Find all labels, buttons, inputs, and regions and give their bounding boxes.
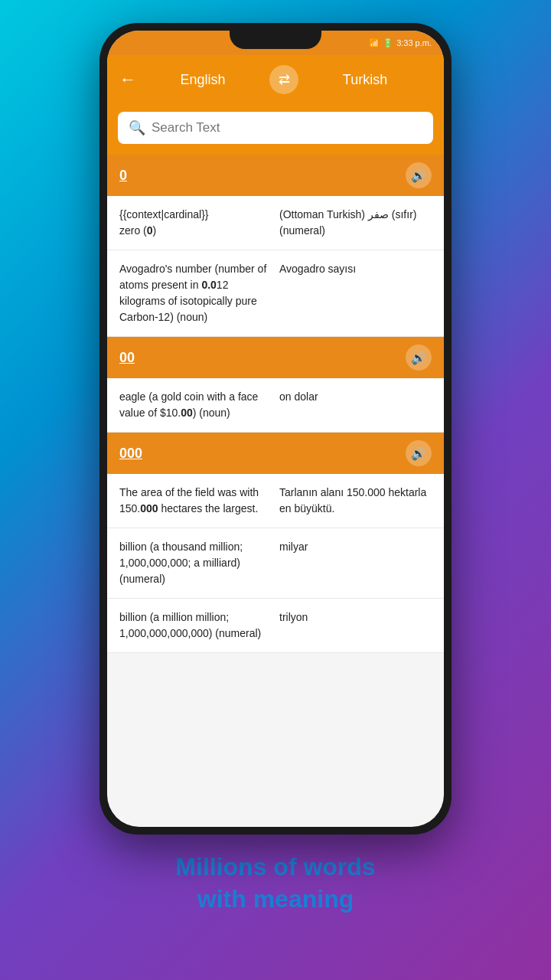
- word-section-000: 000 🔊: [107, 433, 444, 474]
- search-bar-container: 🔍: [107, 104, 444, 155]
- def-tr-1-0: on dolar: [279, 389, 432, 421]
- phone-screen: 📶 🔋 3:33 p.m. ← English ⇄ Turkish 🔍: [107, 31, 444, 827]
- def-row-2-0: The area of the field was with 150.000 h…: [107, 474, 444, 528]
- def-en-2-1: billion (a thousand million; 1,000,000,0…: [119, 539, 279, 587]
- swap-language-button[interactable]: ⇄: [269, 65, 298, 94]
- back-button[interactable]: ←: [119, 70, 136, 90]
- tagline-line1: Millions of words: [175, 851, 375, 884]
- wifi-icon: 📶: [369, 38, 380, 48]
- word-0-label: 0: [119, 168, 127, 184]
- def-row-2-2: billion (a million million; 1,000,000,00…: [107, 599, 444, 653]
- status-bar: 📶 🔋 3:33 p.m.: [107, 31, 444, 55]
- def-row-0-1: Avogadro's number (number of atoms prese…: [107, 250, 444, 337]
- speaker-icon-00: 🔊: [411, 351, 426, 365]
- def-en-2-0: The area of the field was with 150.000 h…: [119, 485, 279, 517]
- def-tr-0-0: (Ottoman Turkish) صفر (sıfır) (numeral): [279, 207, 432, 239]
- def-tr-2-1: milyar: [279, 539, 432, 587]
- phone-frame: 📶 🔋 3:33 p.m. ← English ⇄ Turkish 🔍: [99, 23, 452, 835]
- swap-icon: ⇄: [279, 71, 290, 88]
- word-000-label: 000: [119, 446, 142, 462]
- speaker-icon-000: 🔊: [411, 446, 426, 461]
- search-input[interactable]: [152, 120, 422, 136]
- def-tr-2-2: trilyon: [279, 609, 432, 642]
- dictionary-content: 0 🔊 {{context|cardinal}}zero (0) (Ottoma…: [107, 155, 444, 653]
- def-tr-0-1: Avogadro sayısı: [279, 261, 432, 325]
- audio-0-button[interactable]: 🔊: [406, 162, 432, 188]
- audio-00-button[interactable]: 🔊: [406, 345, 432, 371]
- def-en-0-1: Avogadro's number (number of atoms prese…: [119, 261, 279, 325]
- search-box[interactable]: 🔍: [118, 112, 433, 144]
- def-row-0-0: {{context|cardinal}}zero (0) (Ottoman Tu…: [107, 196, 444, 250]
- tagline: Millions of words with meaning: [160, 835, 390, 929]
- app-header: ← English ⇄ Turkish: [107, 55, 444, 104]
- battery-icon: 🔋: [383, 38, 393, 48]
- word-section-0: 0 🔊: [107, 155, 444, 196]
- def-en-0-0: {{context|cardinal}}zero (0): [119, 207, 279, 239]
- target-language[interactable]: Turkish: [298, 72, 432, 88]
- def-en-1-0: eagle (a gold coin with a face value of …: [119, 389, 279, 421]
- def-row-1-0: eagle (a gold coin with a face value of …: [107, 378, 444, 433]
- search-icon: 🔍: [129, 119, 145, 136]
- def-en-2-2: billion (a million million; 1,000,000,00…: [119, 609, 279, 642]
- time-display: 3:33 p.m.: [396, 38, 432, 47]
- word-00-label: 00: [119, 350, 135, 366]
- notch: [230, 31, 321, 49]
- def-row-2-1: billion (a thousand million; 1,000,000,0…: [107, 528, 444, 599]
- word-section-00: 00 🔊: [107, 337, 444, 378]
- def-tr-2-0: Tarlanın alanı 150.000 hektarla en büyük…: [279, 485, 432, 517]
- status-icons: 📶 🔋 3:33 p.m.: [369, 38, 432, 48]
- speaker-icon: 🔊: [411, 168, 426, 183]
- tagline-line2: with meaning: [175, 884, 375, 916]
- audio-000-button[interactable]: 🔊: [406, 440, 432, 466]
- source-language[interactable]: English: [136, 72, 269, 88]
